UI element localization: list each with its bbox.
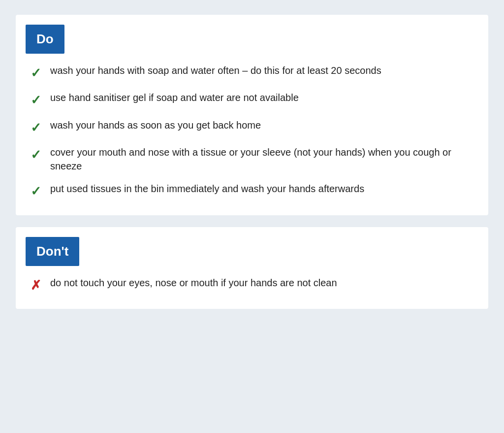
check-icon: ✓ xyxy=(31,91,41,109)
cross-icon: ✗ xyxy=(31,276,41,294)
dont-title: Don't xyxy=(36,244,68,259)
item-text: use hand sanitiser gel if soap and water… xyxy=(50,91,473,104)
list-item: ✗do not touch your eyes, nose or mouth i… xyxy=(31,276,473,294)
list-item: ✓put used tissues in the bin immediately… xyxy=(31,182,473,200)
check-icon: ✓ xyxy=(31,182,41,200)
list-item: ✓wash your hands with soap and water oft… xyxy=(31,64,473,82)
item-text: wash your hands as soon as you get back … xyxy=(50,118,473,132)
do-title: Do xyxy=(36,32,54,46)
check-icon: ✓ xyxy=(31,146,41,164)
check-icon: ✓ xyxy=(31,119,41,136)
check-icon: ✓ xyxy=(31,64,41,82)
dont-header: Don't xyxy=(26,237,79,266)
dont-card: Don't ✗do not touch your eyes, nose or m… xyxy=(16,227,488,309)
list-item: ✓wash your hands as soon as you get back… xyxy=(31,118,473,136)
item-text: do not touch your eyes, nose or mouth if… xyxy=(50,276,473,290)
item-text: put used tissues in the bin immediately … xyxy=(50,182,473,196)
list-item: ✓cover your mouth and nose with a tissue… xyxy=(31,145,473,173)
list-item: ✓use hand sanitiser gel if soap and wate… xyxy=(31,91,473,109)
do-body: ✓wash your hands with soap and water oft… xyxy=(16,54,488,215)
page-container: Do ✓wash your hands with soap and water … xyxy=(16,15,488,309)
item-text: cover your mouth and nose with a tissue … xyxy=(50,145,473,173)
item-text: wash your hands with soap and water ofte… xyxy=(50,64,473,77)
dont-body: ✗do not touch your eyes, nose or mouth i… xyxy=(16,266,488,309)
do-header: Do xyxy=(26,25,64,54)
do-card: Do ✓wash your hands with soap and water … xyxy=(16,15,488,215)
